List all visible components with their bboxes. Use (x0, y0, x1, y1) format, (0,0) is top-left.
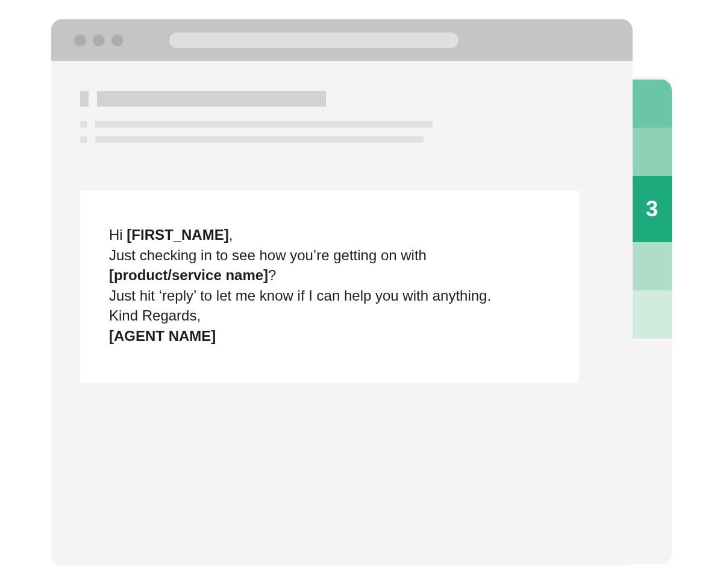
window-body: Hi [FIRST_NAME], Just checking in to see… (51, 61, 633, 383)
header-placeholder-row-2 (80, 121, 604, 128)
email-product-line: [product/service name]? (109, 265, 550, 286)
tab-5[interactable] (632, 290, 672, 339)
title-bar (51, 19, 633, 61)
placeholder-bullet-1 (80, 91, 89, 107)
product-suffix: ? (268, 267, 276, 283)
header-placeholder-row-3 (80, 136, 604, 143)
tab-1[interactable] (632, 80, 672, 128)
minimize-icon[interactable] (93, 34, 105, 46)
agent-name-token: [AGENT NAME] (109, 326, 550, 346)
email-reply-line: Just hit ‘reply’ to let me know if I can… (109, 286, 550, 306)
greeting-suffix: , (229, 227, 233, 243)
browser-window: Hi [FIRST_NAME], Just checking in to see… (51, 19, 633, 566)
email-signoff: Kind Regards, (109, 305, 550, 326)
tab-stack: 3 (632, 80, 672, 339)
tab-4[interactable] (632, 242, 672, 290)
header-placeholder-row-1 (80, 91, 604, 107)
placeholder-bullet-2 (80, 121, 87, 128)
close-icon[interactable] (74, 34, 86, 46)
product-service-token: [product/service name] (109, 267, 268, 283)
email-checkin-line: Just checking in to see how you’re getti… (109, 245, 550, 266)
email-content-card: Hi [FIRST_NAME], Just checking in to see… (80, 191, 579, 383)
placeholder-bullet-3 (80, 136, 87, 143)
address-bar[interactable] (169, 33, 459, 48)
first-name-token: [FIRST_NAME] (127, 227, 228, 243)
placeholder-title-bar (97, 91, 326, 107)
tab-3-active[interactable]: 3 (632, 176, 672, 242)
traffic-lights (74, 34, 124, 46)
greeting-prefix: Hi (109, 227, 127, 243)
email-greeting: Hi [FIRST_NAME], (109, 225, 550, 245)
maximize-icon[interactable] (111, 34, 124, 46)
placeholder-line-2 (95, 136, 424, 143)
placeholder-line-1 (95, 121, 433, 128)
tab-2[interactable] (632, 128, 672, 176)
